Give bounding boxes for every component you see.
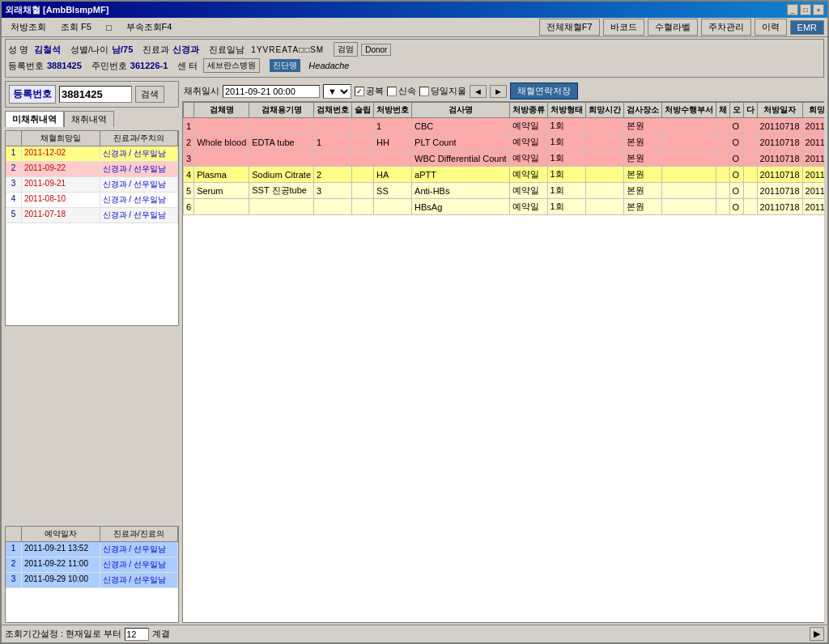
- td-o: O: [729, 134, 743, 150]
- td-exam-name: CBC: [412, 118, 510, 134]
- patient-name: 김철석: [34, 44, 61, 56]
- td-order-num: 1: [374, 118, 412, 134]
- title-bar: 외래채혈 [AmbBlsmpMF] _ □ ×: [2, 2, 827, 18]
- th-spec-num: 검채번호: [314, 103, 352, 118]
- list-num-1: 1: [6, 146, 22, 161]
- list-date-5: 2011-07-18: [22, 208, 100, 222]
- receipt-datetime-input[interactable]: [223, 85, 320, 98]
- receipt-toolbar: 채취일시 ▼ 공복 신속 당일지울 ◄ ►: [182, 81, 824, 101]
- sub-lookup-button[interactable]: 부속조회F4: [121, 19, 178, 35]
- repeat-checkbox[interactable]: [355, 87, 364, 96]
- receipt-label: 채취일시: [184, 85, 219, 97]
- appt-header-date: 예약일자: [22, 527, 100, 541]
- list-item[interactable]: 4 2011-08-10 신경과 / 선우일남: [6, 193, 178, 208]
- status-text: 조회기간설정 : 현재일로 부터: [5, 628, 121, 640]
- history-button[interactable]: 이력: [755, 19, 787, 36]
- td-order-date: 20110718: [757, 167, 802, 183]
- cont-checkbox[interactable]: [387, 87, 397, 96]
- table-row[interactable]: 5 Serum SST 진공tube 3 SS Anti-HBs 예약일 1회 …: [184, 183, 825, 199]
- td-order-type: 예약일: [509, 167, 547, 183]
- list-header-date: 채혈희망일: [22, 131, 100, 146]
- close-button[interactable]: ×: [813, 4, 824, 15]
- list-num-3: 3: [6, 177, 22, 192]
- td-order-date: 20110718: [757, 183, 802, 199]
- th-o: 오: [729, 103, 743, 118]
- td-o: O: [729, 183, 743, 199]
- id-search-input[interactable]: [59, 86, 132, 103]
- prev-button[interactable]: ◄: [470, 85, 487, 98]
- list-date-3: 2011-09-21: [22, 177, 100, 192]
- td-exam-place: 본원: [623, 134, 661, 150]
- day-checkbox-label: 당일지울: [419, 85, 466, 97]
- td-num: 2: [184, 134, 194, 150]
- list-header-num: [6, 131, 22, 146]
- td-exam-place: 본원: [623, 183, 661, 199]
- table-row[interactable]: 4 Plasma Sodium Citrate 2 HA aPTT 예약일 1회…: [184, 167, 825, 183]
- list-item[interactable]: 5 2011-07-18 신경과 / 선우일남: [6, 208, 178, 223]
- search-button[interactable]: 검색: [135, 86, 164, 103]
- parking-button[interactable]: 주차관리: [701, 19, 751, 36]
- tab-uncollected[interactable]: 미채취내역: [5, 111, 64, 127]
- save-blood-button[interactable]: 채혈연락저장: [510, 83, 578, 100]
- status-unit: 계결: [152, 628, 170, 640]
- prescr-lookup-button[interactable]: 처방조회: [5, 19, 52, 35]
- exam-button[interactable]: 검엄: [334, 42, 358, 57]
- td-order-type: 예약일: [509, 183, 547, 199]
- lookup-f5-button[interactable]: 조회 F5: [55, 19, 97, 35]
- th-che: 체: [716, 103, 729, 118]
- emr-button[interactable]: EMR: [790, 20, 824, 35]
- next-button[interactable]: ►: [490, 85, 507, 98]
- right-panel: 채취일시 ▼ 공복 신속 당일지울 ◄ ►: [182, 81, 824, 623]
- td-container: [249, 199, 314, 215]
- table-row[interactable]: 6 HBsAg 예약일 1회 본원: [184, 199, 825, 215]
- exam-table: 검체명 검채용기명 검채번호 슬립 처방번호 검사명 처방종류 처방형태 희망시…: [183, 102, 824, 215]
- donor-button[interactable]: Donor: [361, 44, 391, 56]
- td-da: [743, 150, 757, 167]
- td-container: Sodium Citrate: [249, 167, 314, 183]
- td-spec-num: 2: [314, 167, 352, 183]
- scroll-bottom-button[interactable]: ▶: [810, 627, 824, 641]
- td-num: 5: [184, 183, 194, 199]
- td-order-dept: [661, 134, 716, 150]
- th-num: [184, 103, 194, 118]
- appt-date-1: 2011-09-21 13:52: [22, 542, 100, 557]
- th-container: 검채용기명: [249, 103, 314, 118]
- appt-item[interactable]: 1 2011-09-21 13:52 신경과 / 선우일남: [6, 542, 178, 557]
- patient-reg: 3881425: [47, 61, 82, 70]
- th-hope-time: 희망시간: [585, 103, 623, 118]
- td-order-type: 예약일: [509, 199, 547, 215]
- blood-label-button[interactable]: 수혈라벨: [648, 19, 698, 36]
- td-order-form: 1회: [547, 118, 585, 134]
- td-che: [716, 199, 729, 215]
- status-value-input[interactable]: [125, 628, 149, 641]
- td-spec-num: [314, 199, 352, 215]
- list-item[interactable]: 2 2011-09-22 신경과 / 선우일남: [6, 162, 178, 177]
- td-o: O: [729, 150, 743, 167]
- td-exam-name: Anti-HBs: [412, 183, 510, 199]
- minimize-button[interactable]: _: [787, 4, 798, 15]
- hospital-button[interactable]: 세브란스병원: [203, 58, 260, 73]
- appt-item[interactable]: 3 2011-09-29 10:00 신경과 / 선우일남: [6, 573, 178, 588]
- maximize-button[interactable]: □: [800, 4, 811, 15]
- table-row[interactable]: 2 Whole blood EDTA tube 1 HH PLT Count 예…: [184, 134, 825, 150]
- appt-item[interactable]: 2 2011-09-22 11:00 신경과 / 선우일남: [6, 557, 178, 573]
- td-exam-name: aPTT: [412, 167, 510, 183]
- tab-collected[interactable]: 채취내역: [64, 111, 114, 127]
- td-slip: [352, 118, 374, 134]
- barcode-button[interactable]: 바코드: [603, 19, 644, 36]
- receipt-select[interactable]: ▼: [323, 84, 351, 99]
- td-hope-date: 20110922: [802, 134, 824, 150]
- th-exam-place: 검사장소: [623, 103, 661, 118]
- list-item[interactable]: 1 2011-12-02 신경과 / 선우일남: [6, 146, 178, 162]
- patient-dept: 신경과: [172, 44, 199, 56]
- main-window: 외래채혈 [AmbBlsmpMF] _ □ × 처방조회 조회 F5 □ 부속조…: [0, 0, 829, 644]
- list-item[interactable]: 3 2011-09-21 신경과 / 선우일남: [6, 177, 178, 193]
- table-row[interactable]: 3 WBC Differential Count 예약일 1회 본원: [184, 150, 825, 167]
- cont-label: 신속: [398, 85, 416, 97]
- all-blood-button[interactable]: 전체채혈F7: [539, 19, 600, 36]
- day-checkbox[interactable]: [419, 87, 429, 96]
- appt-dept-2: 신경과 / 선우일남: [100, 557, 179, 572]
- table-row[interactable]: 1 1 CBC 예약일 1회 본원: [184, 118, 825, 134]
- td-specimen: [194, 118, 249, 134]
- list-dept-4: 신경과 / 선우일남: [100, 193, 179, 207]
